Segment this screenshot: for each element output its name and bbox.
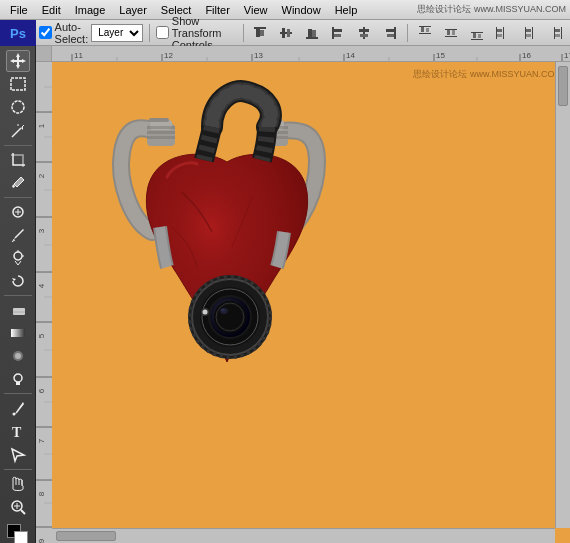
svg-rect-123 <box>147 136 175 139</box>
svg-rect-13 <box>363 27 365 39</box>
svg-rect-27 <box>471 32 483 33</box>
dist-left-btn[interactable] <box>492 23 514 43</box>
tool-sep-1 <box>4 145 32 146</box>
auto-select-group: Auto-Select: Layer <box>39 21 144 45</box>
canvas-area: 11 12 13 14 15 16 17 <box>36 46 570 543</box>
tool-sep-4 <box>4 393 32 394</box>
scrollbar-horizontal[interactable] <box>52 528 555 543</box>
ps-logo: Ps <box>0 20 36 46</box>
svg-text:4: 4 <box>37 283 46 288</box>
svg-point-62 <box>14 374 22 382</box>
svg-text:15: 15 <box>436 51 445 60</box>
svg-rect-23 <box>445 29 457 30</box>
svg-rect-28 <box>471 39 483 40</box>
tool-clone[interactable] <box>6 247 30 269</box>
watermark: 思绘设计论坛 www.MISSYUAN.COM <box>413 68 562 81</box>
align-left-btn[interactable] <box>327 23 349 43</box>
dist-vcenter-btn[interactable] <box>440 23 462 43</box>
scrollbar-vertical[interactable] <box>555 62 570 528</box>
tool-lasso[interactable] <box>6 96 30 118</box>
svg-rect-18 <box>387 34 394 37</box>
dist-bottom-btn[interactable] <box>466 23 488 43</box>
tool-select-rect[interactable] <box>6 73 30 95</box>
svg-rect-14 <box>359 29 369 32</box>
svg-text:7: 7 <box>37 438 46 443</box>
tool-pen[interactable] <box>6 397 30 419</box>
svg-rect-15 <box>360 34 368 37</box>
tool-type[interactable]: T <box>6 420 30 442</box>
align-hcenter-btn[interactable] <box>353 23 375 43</box>
tool-move[interactable] <box>6 50 30 72</box>
svg-marker-56 <box>12 278 16 281</box>
svg-text:17: 17 <box>564 51 570 60</box>
svg-rect-30 <box>478 34 481 38</box>
svg-point-45 <box>12 101 24 113</box>
show-transform-checkbox[interactable] <box>156 26 169 39</box>
svg-rect-26 <box>452 30 455 35</box>
layer-select[interactable]: Layer <box>91 24 143 42</box>
ruler-vertical: 1 2 3 4 5 6 7 8 9 <box>36 62 52 543</box>
scrollbar-thumb-v[interactable] <box>558 66 568 106</box>
svg-rect-37 <box>526 29 531 32</box>
svg-point-145 <box>203 310 208 315</box>
dist-hcenter-btn[interactable] <box>518 23 540 43</box>
tool-blur[interactable] <box>6 345 30 367</box>
menu-image[interactable]: Image <box>69 3 112 17</box>
toolbar: Auto-Select: Layer Show Transform Contro… <box>0 20 570 46</box>
color-swatches[interactable] <box>6 523 30 543</box>
tool-zoom[interactable] <box>6 496 30 518</box>
svg-text:1: 1 <box>37 123 46 128</box>
dist-top-btn[interactable] <box>414 23 436 43</box>
svg-point-64 <box>12 413 15 416</box>
tool-brush[interactable] <box>6 224 30 246</box>
svg-text:16: 16 <box>522 51 531 60</box>
tool-history[interactable] <box>6 270 30 292</box>
tool-dodge[interactable] <box>6 368 30 390</box>
tool-gradient[interactable] <box>6 322 30 344</box>
menu-edit[interactable]: Edit <box>36 3 67 17</box>
svg-rect-122 <box>147 131 175 134</box>
svg-point-53 <box>14 252 22 260</box>
svg-rect-6 <box>287 29 290 37</box>
svg-text:3: 3 <box>37 228 46 233</box>
svg-line-49 <box>22 125 24 127</box>
tool-crop[interactable] <box>6 149 30 171</box>
svg-rect-90 <box>36 62 52 543</box>
svg-point-143 <box>221 309 225 312</box>
svg-rect-33 <box>497 29 502 32</box>
svg-rect-29 <box>473 33 476 38</box>
menu-layer[interactable]: Layer <box>113 3 153 17</box>
align-vcenter-btn[interactable] <box>275 23 297 43</box>
tool-eyedropper[interactable] <box>6 172 30 194</box>
svg-rect-9 <box>312 30 316 37</box>
menu-help[interactable]: Help <box>329 3 364 17</box>
align-top-btn[interactable] <box>249 23 271 43</box>
svg-text:8: 8 <box>37 491 46 496</box>
tool-magic-wand[interactable] <box>6 119 30 141</box>
svg-rect-35 <box>525 27 526 39</box>
svg-rect-1 <box>254 27 266 29</box>
menu-file[interactable]: File <box>4 3 34 17</box>
toolbar-sep-2 <box>149 24 150 42</box>
tool-heal[interactable] <box>6 201 30 223</box>
toolbar-sep-3 <box>243 24 244 42</box>
menu-window[interactable]: Window <box>276 3 327 17</box>
dist-right-btn[interactable] <box>544 23 566 43</box>
align-right-btn[interactable] <box>379 23 401 43</box>
svg-text:6: 6 <box>37 388 46 393</box>
svg-rect-19 <box>419 26 431 27</box>
tool-path-select[interactable] <box>6 444 30 466</box>
svg-rect-44 <box>11 78 25 90</box>
scrollbar-thumb-h[interactable] <box>56 531 116 541</box>
svg-rect-5 <box>282 28 285 38</box>
background-color[interactable] <box>14 531 28 543</box>
svg-rect-20 <box>419 33 431 34</box>
svg-text:14: 14 <box>346 51 355 60</box>
svg-rect-16 <box>394 27 396 39</box>
tool-hand[interactable] <box>6 473 30 495</box>
auto-select-checkbox[interactable] <box>39 26 52 39</box>
svg-rect-39 <box>554 27 555 39</box>
tool-eraser[interactable] <box>6 299 30 321</box>
align-bottom-btn[interactable] <box>301 23 323 43</box>
menu-view[interactable]: View <box>238 3 274 17</box>
